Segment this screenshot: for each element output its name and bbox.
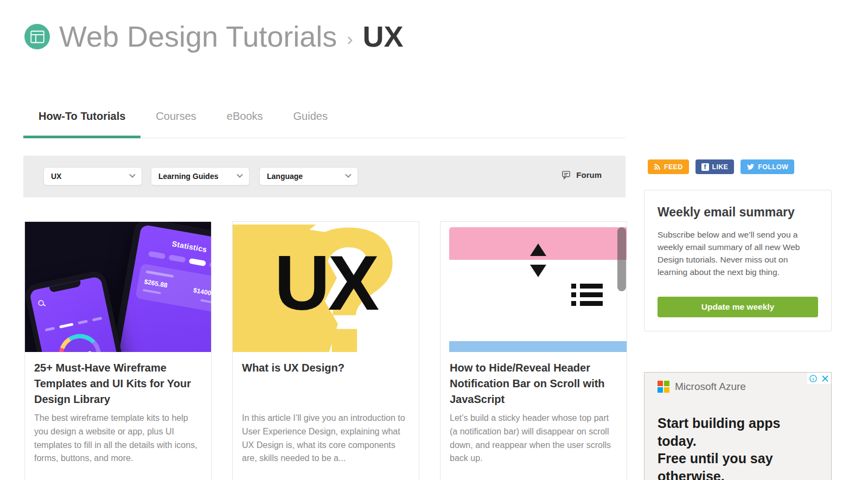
article-thumbnail[interactable] bbox=[441, 222, 627, 352]
twitter-follow-button-label: FOLLOW bbox=[758, 163, 788, 171]
article-excerpt: The best wireframe template kits to help… bbox=[34, 412, 202, 465]
tab-guides[interactable]: Guides bbox=[278, 105, 343, 138]
tab-courses[interactable]: Courses bbox=[141, 105, 211, 138]
filter-bar: UX Learning Guides Language Forum bbox=[23, 156, 626, 197]
donut-amount: $1333.45 bbox=[55, 330, 105, 352]
twitter-follow-button[interactable]: FOLLOW bbox=[741, 159, 794, 174]
breadcrumb: Web Design Tutorials › UX bbox=[59, 21, 404, 53]
content-type-tabs: How-To Tutorials Courses eBooks Guides bbox=[23, 105, 626, 138]
mockup-menu-row bbox=[37, 315, 109, 333]
article-card-what-is-ux: ? UX What is UX Design? In this article … bbox=[232, 221, 419, 480]
phone-screen: $1333.45 bbox=[29, 276, 130, 352]
info-icon-glyph bbox=[809, 374, 818, 383]
facebook-like-button[interactable]: f LIKE bbox=[695, 159, 735, 174]
search-icon bbox=[37, 299, 47, 308]
phone-notch bbox=[49, 280, 81, 293]
article-title-link[interactable]: What is UX Design? bbox=[242, 360, 410, 408]
article-excerpt: In this article I’ll give you an introdu… bbox=[242, 412, 410, 465]
phone-mockups-image: Statistics $265.88 $1400.00 bbox=[25, 222, 211, 352]
newsletter-box: Weekly email summary Subscribe below and… bbox=[644, 190, 832, 331]
article-title-link[interactable]: How to Hide/Reveal Header Notification B… bbox=[450, 360, 617, 408]
mockup-amount-left: $265.88 bbox=[144, 278, 168, 289]
article-card-body: What is UX Design? In this article I’ll … bbox=[233, 352, 419, 465]
article-thumbnail[interactable]: Statistics $265.88 $1400.00 bbox=[25, 222, 211, 352]
social-buttons: FEED f LIKE FOLLOW bbox=[648, 159, 794, 174]
demo-browser-window bbox=[449, 227, 627, 352]
article-list: Statistics $265.88 $1400.00 bbox=[24, 221, 627, 480]
list-icon bbox=[571, 284, 603, 310]
page: Web Design Tutorials › UX How-To Tutoria… bbox=[0, 0, 868, 480]
ux-question-image: ? UX bbox=[233, 222, 419, 352]
ad-info-icon[interactable] bbox=[807, 373, 819, 384]
page-title: UX bbox=[363, 21, 404, 53]
rss-feed-button[interactable]: FEED bbox=[648, 159, 689, 174]
facebook-icon: f bbox=[701, 163, 709, 171]
ad-brand-row[interactable]: Microsoft Azure bbox=[658, 381, 831, 393]
rss-feed-button-label: FEED bbox=[664, 163, 683, 171]
facebook-like-button-label: LIKE bbox=[712, 163, 729, 171]
article-excerpt: Let’s build a sticky header whose top pa… bbox=[450, 412, 617, 465]
layout-icon-glyph bbox=[30, 30, 44, 43]
ad-controls bbox=[807, 373, 831, 384]
breadcrumb-category-link[interactable]: Web Design Tutorials bbox=[59, 21, 337, 53]
tab-how-to-tutorials[interactable]: How-To Tutorials bbox=[23, 105, 141, 138]
language-dropdown[interactable]: Language bbox=[259, 167, 358, 185]
ad-brand-name: Microsoft Azure bbox=[675, 381, 746, 393]
category-dropdown[interactable]: UX bbox=[43, 167, 142, 185]
scroll-down-arrow-icon bbox=[530, 265, 546, 277]
article-card-body: 25+ Must-Have Wireframe Templates and UI… bbox=[25, 352, 211, 465]
ux-word: UX bbox=[275, 239, 377, 328]
newsletter-subscribe-button[interactable]: Update me weekly bbox=[658, 297, 818, 317]
mockup-amount-right: $1400.00 bbox=[193, 286, 211, 298]
breadcrumb-chevron-icon: › bbox=[347, 24, 353, 49]
language-dropdown-value: Language bbox=[267, 172, 303, 181]
azure-ad[interactable]: Microsoft Azure Start building apps toda… bbox=[644, 372, 832, 480]
rss-icon bbox=[654, 163, 661, 170]
article-card-hide-reveal-header: How to Hide/Reveal Header Notification B… bbox=[440, 221, 627, 480]
chevron-down-icon bbox=[345, 172, 351, 178]
tab-ebooks[interactable]: eBooks bbox=[212, 105, 278, 138]
demo-window-body bbox=[449, 260, 627, 341]
content-type-dropdown[interactable]: Learning Guides bbox=[151, 167, 250, 185]
demo-scrollbar bbox=[617, 227, 626, 291]
twitter-bird-icon bbox=[746, 163, 755, 170]
close-icon-glyph bbox=[821, 375, 829, 382]
chevron-down-icon bbox=[129, 172, 135, 178]
content-type-dropdown-value: Learning Guides bbox=[158, 172, 218, 181]
newsletter-description: Subscribe below and we’ll send you a wee… bbox=[658, 229, 818, 279]
ad-close-icon[interactable] bbox=[819, 373, 831, 384]
phone-screen: Statistics $265.88 $1400.00 bbox=[106, 225, 211, 352]
page-header: Web Design Tutorials › UX bbox=[24, 21, 404, 53]
phone-mockup-left: $1333.45 bbox=[25, 269, 135, 352]
newsletter-title: Weekly email summary bbox=[658, 205, 818, 220]
article-card-body: How to Hide/Reveal Header Notification B… bbox=[441, 352, 627, 465]
ad-headline-line1: Start building apps today. bbox=[658, 414, 818, 450]
scroll-demo-image bbox=[441, 222, 627, 352]
donut-chart: $1333.45 bbox=[55, 330, 105, 352]
mockup-amount-panel: $265.88 $1400.00 bbox=[135, 264, 211, 313]
forum-link[interactable]: Forum bbox=[561, 170, 602, 180]
web-design-category-icon[interactable] bbox=[24, 24, 50, 49]
ad-headline-line2: Free until you say otherwise. bbox=[658, 450, 818, 480]
category-dropdown-value: UX bbox=[51, 172, 61, 181]
microsoft-logo-icon bbox=[658, 381, 669, 393]
demo-footer-bar bbox=[449, 341, 627, 352]
article-thumbnail[interactable]: ? UX bbox=[233, 222, 419, 352]
chevron-down-icon bbox=[237, 172, 242, 178]
article-card-wireframe-templates: Statistics $265.88 $1400.00 bbox=[24, 221, 212, 480]
forum-link-label: Forum bbox=[576, 170, 602, 180]
forum-chat-icon bbox=[561, 170, 571, 180]
scroll-up-arrow-icon bbox=[530, 244, 546, 256]
notification-bar bbox=[449, 227, 627, 260]
ad-headline[interactable]: Start building apps today. Free until yo… bbox=[658, 414, 818, 480]
article-title-link[interactable]: 25+ Must-Have Wireframe Templates and UI… bbox=[34, 360, 202, 408]
